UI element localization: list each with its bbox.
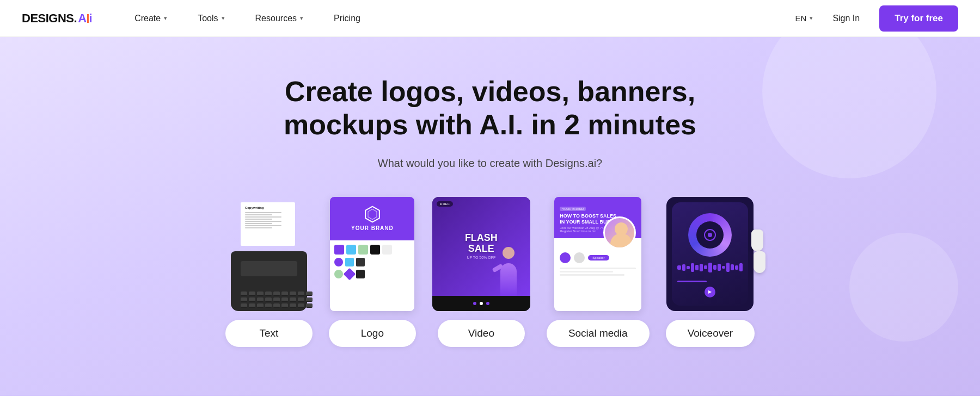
chevron-down-icon: ▾: [810, 15, 813, 22]
wave-bar: [700, 264, 703, 271]
nav-tools[interactable]: Tools ▾: [182, 0, 240, 37]
text-card-label[interactable]: Text: [225, 320, 313, 347]
social-card-label[interactable]: Social media: [547, 320, 650, 347]
info-line-1: [560, 268, 636, 269]
typewriter-keys: [241, 291, 313, 308]
airpod-left: [751, 229, 763, 251]
phone-circle-inner: [696, 221, 724, 249]
wave-bar: [687, 266, 690, 269]
social-dots-row: Speaker: [560, 252, 636, 263]
video-illustration: ● REC FLASH SALE UP TO 50% OFF: [432, 197, 530, 311]
wave-bar: [708, 263, 712, 272]
phone-circle: [688, 213, 732, 257]
swatch-white: [382, 245, 392, 255]
nav-tools-label: Tools: [198, 14, 218, 23]
swatch-blue: [346, 245, 356, 255]
play-button[interactable]: ▶: [705, 287, 715, 297]
swatch-green: [358, 245, 368, 255]
logo-card-image: YOUR BRAND: [330, 202, 414, 311]
language-selector[interactable]: EN ▾: [795, 14, 813, 23]
logo-mini-3: [356, 258, 365, 266]
airpod-right: [754, 251, 765, 273]
logo-row-2: [334, 270, 410, 278]
logo-mini-1: [334, 258, 343, 266]
logo-mini-5: [344, 268, 356, 280]
nav-create-label: Create: [134, 14, 161, 23]
social-photo: [603, 216, 636, 249]
card-video: ● REC FLASH SALE UP TO 50% OFF: [432, 202, 530, 347]
logo-illustration: YOUR BRAND: [330, 197, 414, 311]
video-card-image: ● REC FLASH SALE UP TO 50% OFF: [432, 202, 530, 311]
svg-marker-1: [368, 209, 377, 220]
card-social: YOUR BRAND HOW TO BOOST SALES IN YOUR SM…: [547, 202, 650, 347]
wave-bar: [739, 263, 743, 271]
card-voiceover: ▶ Voiceover: [666, 202, 755, 347]
video-badge: ● REC: [437, 201, 453, 207]
dot-2: [574, 252, 585, 263]
phone-controls: ▶: [677, 281, 743, 297]
logo-card-label[interactable]: Logo: [329, 320, 416, 347]
typewriter-roller: [241, 261, 297, 276]
chevron-down-icon: ▾: [222, 15, 225, 22]
wave-bar: [722, 266, 725, 269]
video-dot-1: [473, 302, 476, 305]
social-brand-tag: YOUR BRAND: [560, 207, 586, 211]
try-free-button[interactable]: Try for free: [879, 5, 958, 32]
nav-resources[interactable]: Resources ▾: [240, 0, 318, 37]
typewriter-body: [231, 251, 307, 311]
wave-bar: [682, 264, 685, 271]
phone-waveform: [677, 262, 743, 273]
hero-subtitle: What would you like to create with Desig…: [378, 157, 602, 170]
video-screen: ● REC FLASH SALE UP TO 50% OFF: [432, 197, 530, 296]
chevron-down-icon: ▾: [300, 15, 303, 22]
paper-title: Copywriting: [245, 206, 291, 211]
video-bottom-bar: [432, 296, 530, 311]
logo-row-1: [334, 258, 410, 266]
text-card-image: Copywriting: [225, 202, 313, 311]
swatch-purple: [334, 245, 344, 255]
phone-progress-bar: [677, 281, 707, 282]
swatch-black: [370, 245, 380, 255]
wave-bar: [677, 265, 681, 270]
figure-head: [503, 247, 514, 259]
logo-mini-4: [334, 270, 343, 278]
nav-right: EN ▾ Sign In Try for free: [795, 5, 958, 32]
typewriter-illustration: Copywriting: [225, 219, 313, 311]
nav-links: Create ▾ Tools ▾ Resources ▾ Pricing: [119, 0, 795, 37]
video-card-label[interactable]: Video: [438, 320, 525, 347]
nav-resources-label: Resources: [255, 14, 297, 23]
lang-label: EN: [795, 14, 807, 23]
chevron-down-icon: ▾: [164, 15, 167, 22]
color-swatches: [334, 245, 410, 255]
nav-create[interactable]: Create ▾: [119, 0, 182, 37]
wave-bar: [731, 264, 734, 270]
phone-play-row: ▶: [677, 287, 743, 297]
info-line-2: [560, 271, 613, 272]
music-icon: [703, 228, 716, 241]
logo-mini-6: [356, 270, 365, 278]
video-dot-3: [486, 302, 489, 305]
social-illustration: YOUR BRAND HOW TO BOOST SALES IN YOUR SM…: [554, 197, 641, 311]
wave-bar: [713, 265, 716, 270]
dot-1: [560, 252, 571, 263]
brand-logo[interactable]: DESIGNS. A i: [22, 11, 92, 26]
wave-bar: [718, 264, 721, 271]
hero-title: Create logos, videos, banners, mockups w…: [245, 75, 735, 142]
logo-card-header: YOUR BRAND: [330, 197, 414, 240]
brand-text: YOUR BRAND: [351, 225, 394, 231]
logo-card-body: [330, 240, 414, 311]
info-line-3: [560, 274, 624, 276]
voiceover-illustration: ▶: [666, 197, 754, 311]
card-logo: YOUR BRAND: [329, 202, 416, 347]
hex-icon: [364, 206, 381, 223]
nav-pricing-label: Pricing: [334, 14, 360, 23]
wave-bar: [704, 265, 707, 269]
navbar: DESIGNS. A i Create ▾ Tools ▾ Resources …: [0, 0, 980, 37]
video-dot-2: [480, 302, 483, 305]
flash-sale-text: FLASH SALE: [465, 233, 498, 255]
hero-section: Create logos, videos, banners, mockups w…: [0, 37, 980, 396]
typewriter-paper: Copywriting: [241, 202, 295, 246]
nav-pricing[interactable]: Pricing: [318, 0, 376, 37]
sign-in-button[interactable]: Sign In: [824, 9, 868, 28]
voiceover-card-label[interactable]: Voiceover: [666, 320, 755, 347]
